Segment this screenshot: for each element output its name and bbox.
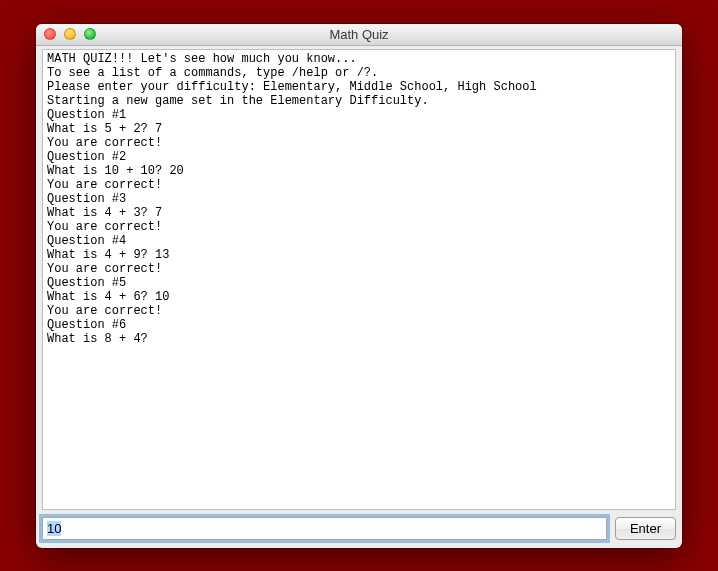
close-icon[interactable] xyxy=(44,28,56,40)
minimize-icon[interactable] xyxy=(64,28,76,40)
console-output[interactable]: MATH QUIZ!!! Let's see how much you know… xyxy=(42,49,676,510)
titlebar[interactable]: Math Quiz xyxy=(36,24,682,46)
window-title: Math Quiz xyxy=(36,27,682,42)
enter-button[interactable]: Enter xyxy=(615,517,676,540)
traffic-lights xyxy=(44,28,96,40)
input-row: Enter xyxy=(36,513,682,548)
zoom-icon[interactable] xyxy=(84,28,96,40)
answer-input[interactable] xyxy=(42,517,607,540)
app-window: Math Quiz MATH QUIZ!!! Let's see how muc… xyxy=(36,24,682,548)
